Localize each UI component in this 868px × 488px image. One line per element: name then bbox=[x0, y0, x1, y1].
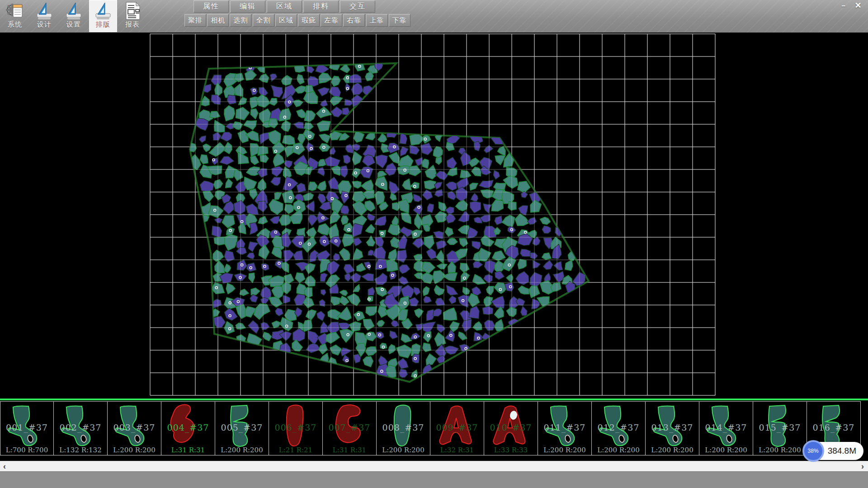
piece-id: 007_#37 bbox=[323, 422, 376, 432]
nesting-canvas[interactable] bbox=[0, 33, 868, 399]
piece-id: 015_#37 bbox=[753, 422, 807, 432]
tool-右靠[interactable]: 右靠 bbox=[343, 14, 365, 27]
tool-全割[interactable]: 全割 bbox=[253, 14, 274, 27]
thumbnail-008_#37[interactable]: 008_#37 L:200 R:200 bbox=[377, 401, 430, 455]
menu-属性[interactable]: 属性 bbox=[193, 0, 229, 13]
piece-lr-values: L:31 R:31 bbox=[323, 446, 376, 454]
system-icon bbox=[5, 1, 25, 21]
progress-ring: 38% bbox=[802, 440, 824, 462]
design-icon bbox=[34, 1, 54, 21]
piece-lr-values: L:31 R:31 bbox=[161, 446, 215, 454]
piece-id: 012_#37 bbox=[592, 422, 645, 432]
piece-id: 016_#37 bbox=[807, 422, 860, 432]
thumbnail-004_#37[interactable]: 004_#37 L:31 R:31 bbox=[161, 401, 215, 455]
piece-lr-values: L:132 R:132 bbox=[54, 446, 107, 454]
piece-lr-values: L:33 R:33 bbox=[484, 446, 538, 454]
thumbnail-007_#37[interactable]: 007_#37 L:31 R:31 bbox=[323, 401, 377, 455]
thumbnail-011_#37[interactable]: 011_#37 L:200 R:200 bbox=[538, 401, 592, 455]
scroll-left-icon[interactable]: ‹ bbox=[0, 461, 9, 472]
main-button-label: 系统 bbox=[8, 20, 22, 29]
piece-lr-values: L:200 R:200 bbox=[215, 446, 269, 454]
piece-id: 008_#37 bbox=[377, 422, 430, 432]
menu-编辑[interactable]: 编辑 bbox=[230, 0, 265, 13]
memory-value: 384.8M bbox=[828, 446, 856, 456]
piece-id: 013_#37 bbox=[646, 422, 699, 432]
thumbnail-006_#37[interactable]: 006_#37 L:21 R:21 bbox=[269, 401, 323, 455]
memory-status-pill: 38% 384.8M bbox=[804, 442, 863, 460]
minimize-button[interactable]: − bbox=[837, 1, 850, 10]
thumbnail-012_#37[interactable]: 012_#37 L:200 R:200 bbox=[592, 401, 646, 455]
layout-icon bbox=[93, 1, 113, 21]
piece-lr-values: L:200 R:200 bbox=[538, 446, 591, 454]
piece-id: 014_#37 bbox=[699, 422, 753, 432]
tool-区域[interactable]: 区域 bbox=[275, 14, 297, 27]
main-button-label: 设置 bbox=[66, 20, 81, 29]
horizontal-scrollbar[interactable]: ‹ › bbox=[0, 461, 868, 472]
thumbnail-001_#37[interactable]: 001_#37 L:700 R:700 bbox=[0, 401, 54, 455]
thumbnail-014_#37[interactable]: 014_#37 L:200 R:200 bbox=[699, 401, 753, 455]
main-button-label: 设计 bbox=[37, 20, 52, 29]
tool-瑕疵[interactable]: 瑕疵 bbox=[298, 14, 320, 27]
piece-lr-values: L:200 R:200 bbox=[108, 446, 161, 454]
thumbnail-005_#37[interactable]: 005_#37 L:200 R:200 bbox=[215, 401, 269, 455]
tool-下靠[interactable]: 下靠 bbox=[389, 14, 410, 27]
tool-聚排[interactable]: 聚排 bbox=[184, 14, 206, 27]
tool-选割[interactable]: 选割 bbox=[230, 14, 251, 27]
piece-id: 006_#37 bbox=[269, 422, 322, 432]
main-button-报表[interactable]: 报表 bbox=[118, 0, 146, 32]
main-button-label: 排版 bbox=[96, 20, 110, 29]
piece-lr-values: L:21 R:21 bbox=[269, 446, 322, 454]
piece-lr-values: L:32 R:31 bbox=[430, 446, 484, 454]
tool-上靠[interactable]: 上靠 bbox=[366, 14, 388, 27]
piece-lr-values: L:200 R:200 bbox=[377, 446, 430, 454]
thumbnail-015_#37[interactable]: 015_#37 L:200 R:200 bbox=[753, 401, 807, 455]
piece-id: 005_#37 bbox=[215, 422, 269, 432]
piece-thumbnail-strip: 001_#37 L:700 R:700 002_#37 L:132 R:132 … bbox=[0, 399, 868, 458]
thumbnail-002_#37[interactable]: 002_#37 L:132 R:132 bbox=[54, 401, 108, 455]
status-bar bbox=[0, 471, 868, 488]
progress-value: 38% bbox=[808, 448, 819, 454]
piece-id: 010_#37 bbox=[484, 422, 538, 432]
thumbnail-010_#37[interactable]: 010_#37 L:33 R:33 bbox=[484, 401, 538, 455]
report-icon bbox=[123, 1, 142, 21]
piece-lr-values: L:200 R:200 bbox=[646, 446, 699, 454]
piece-lr-values: L:200 R:200 bbox=[699, 446, 753, 454]
piece-id: 002_#37 bbox=[54, 422, 107, 432]
thumbnail-009_#37[interactable]: 009_#37 L:32 R:31 bbox=[430, 401, 484, 455]
menu-区域[interactable]: 区域 bbox=[267, 0, 302, 13]
main-button-label: 报表 bbox=[125, 20, 140, 29]
piece-id: 009_#37 bbox=[430, 422, 484, 432]
tool-相机[interactable]: 相机 bbox=[207, 14, 229, 27]
piece-id: 004_#37 bbox=[161, 422, 215, 432]
top-toolbar: 系统 设计 设置 排版 报表 属性编辑区域排料交互 聚排相机选割全割区域瑕疵左靠… bbox=[0, 0, 868, 33]
tool-左靠[interactable]: 左靠 bbox=[321, 14, 342, 27]
scroll-right-icon[interactable]: › bbox=[858, 461, 867, 472]
main-button-设置[interactable]: 设置 bbox=[60, 0, 88, 32]
piece-lr-values: L:700 R:700 bbox=[0, 446, 53, 454]
menu-排料[interactable]: 排料 bbox=[303, 0, 339, 13]
main-button-设计[interactable]: 设计 bbox=[30, 0, 58, 32]
main-button-系统[interactable]: 系统 bbox=[1, 0, 29, 32]
notepad-icon bbox=[13, 5, 22, 17]
main-button-排版[interactable]: 排版 bbox=[89, 0, 117, 32]
thumbnail-003_#37[interactable]: 003_#37 L:200 R:200 bbox=[108, 401, 161, 455]
close-button[interactable]: ✕ bbox=[852, 1, 864, 10]
settings-icon bbox=[64, 1, 84, 21]
piece-id: 011_#37 bbox=[538, 422, 591, 432]
piece-lr-values: L:200 R:200 bbox=[592, 446, 645, 454]
thumbnail-013_#37[interactable]: 013_#37 L:200 R:200 bbox=[646, 401, 699, 455]
piece-id: 001_#37 bbox=[0, 422, 53, 432]
piece-lr-values: L:200 R:200 bbox=[753, 446, 807, 454]
menu-交互[interactable]: 交互 bbox=[340, 0, 375, 13]
piece-id: 003_#37 bbox=[108, 422, 161, 432]
